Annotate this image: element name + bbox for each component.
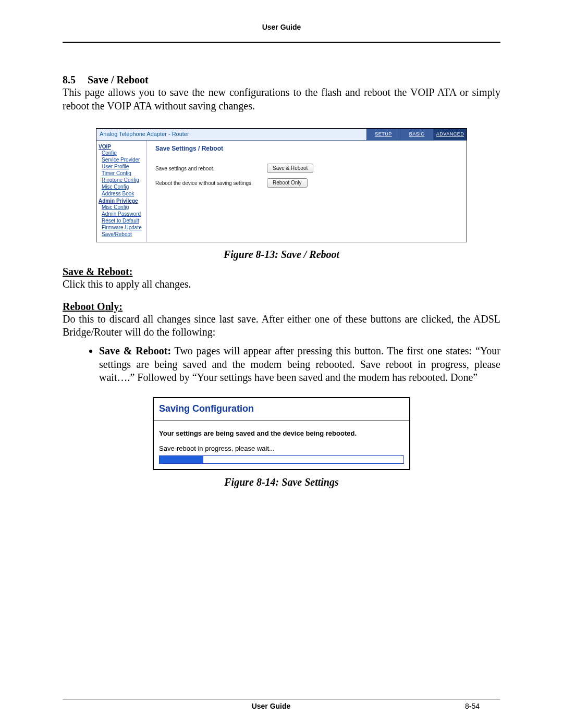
router-tabs: SETUP BASIC ADVANCED	[366, 129, 467, 140]
row2-label: Reboot the device without saving setting…	[155, 180, 267, 186]
section-number: 8.5	[63, 74, 76, 85]
bullet-list: Save & Reboot: Two pages will appear aft…	[63, 344, 500, 385]
figure-8-14-caption: Figure 8-14: Save Settings	[63, 476, 500, 488]
reboot-only-subheading: Reboot Only:	[63, 301, 500, 313]
footer-left	[63, 702, 202, 710]
sidebar-item-ringtone-config[interactable]: Ringtone Config	[96, 177, 146, 183]
saving-configuration-screenshot: Saving Configuration Your settings are b…	[153, 397, 410, 470]
header-rule	[63, 42, 500, 43]
sidebar-item-misc-config-2[interactable]: Misc Config	[96, 204, 146, 211]
section-intro: This page allows you to save the new con…	[63, 86, 500, 113]
sidebar-item-misc-config[interactable]: Misc Config	[96, 183, 146, 190]
router-sidebar: VOIP Config Service Provider User Profil…	[96, 141, 147, 242]
footer-right: 8-54	[340, 702, 500, 710]
router-body: VOIP Config Service Provider User Profil…	[96, 141, 467, 242]
sidebar-head-admin: Admin Privilege	[96, 197, 146, 204]
saving-config-title: Saving Configuration	[154, 398, 409, 421]
sidebar-item-reset-default[interactable]: Reset to Default	[96, 217, 146, 224]
saving-plain-line: Save-reboot in progress, please wait...	[159, 445, 404, 452]
router-row-save-reboot: Save settings and reboot. Save & Reboot	[155, 164, 461, 173]
router-main: Save Settings / Reboot Save settings and…	[147, 141, 467, 242]
document-page: User Guide 8.5 Save / Reboot This page a…	[0, 0, 563, 728]
router-row-reboot-only: Reboot the device without saving setting…	[155, 178, 461, 188]
page-footer: User Guide 8-54	[63, 699, 500, 710]
figure-8-13-caption: Figure 8-13: Save / Reboot	[63, 249, 500, 261]
saving-bold-line: Your settings are being saved and the de…	[159, 429, 404, 437]
footer-row: User Guide 8-54	[63, 702, 500, 710]
page-header-title: User Guide	[63, 23, 500, 31]
router-ui-screenshot: Analog Telephone Adapter - Router SETUP …	[96, 128, 467, 242]
section-title-spacer	[78, 74, 85, 85]
save-reboot-text: Click this to apply all changes.	[63, 278, 500, 291]
reboot-only-button[interactable]: Reboot Only	[267, 178, 308, 188]
reboot-only-text: Do this to discard all changes since las…	[63, 313, 500, 339]
tab-advanced[interactable]: ADVANCED	[433, 129, 467, 140]
tab-setup[interactable]: SETUP	[366, 129, 400, 140]
save-reboot-subheading: Save & Reboot:	[63, 266, 500, 278]
sidebar-item-config[interactable]: Config	[96, 150, 146, 156]
save-reboot-button[interactable]: Save & Reboot	[267, 164, 313, 173]
section-line: 8.5 Save / Reboot	[63, 74, 500, 86]
router-titlebar: Analog Telephone Adapter - Router SETUP …	[96, 129, 467, 141]
saving-config-body: Your settings are being saved and the de…	[154, 421, 409, 469]
sidebar-item-user-profile[interactable]: User Profile	[96, 163, 146, 170]
section-title: Save / Reboot	[88, 74, 149, 85]
router-window-title: Analog Telephone Adapter - Router	[96, 129, 366, 140]
sidebar-item-firmware-update[interactable]: Firmware Update	[96, 224, 146, 231]
sidebar-item-service-provider[interactable]: Service Provider	[96, 156, 146, 163]
sidebar-item-address-book[interactable]: Address Book	[96, 190, 146, 197]
tab-basic[interactable]: BASIC	[400, 129, 433, 140]
bullet-save-reboot: Save & Reboot: Two pages will appear aft…	[99, 344, 500, 385]
sidebar-item-save-reboot[interactable]: Save/Reboot	[96, 231, 146, 238]
sidebar-item-timer-config[interactable]: Timer Config	[96, 170, 146, 177]
footer-rule	[63, 699, 500, 700]
progress-bar	[159, 455, 404, 464]
sidebar-item-admin-password[interactable]: Admin Password	[96, 211, 146, 217]
progress-bar-fill	[160, 456, 203, 463]
router-main-heading: Save Settings / Reboot	[155, 145, 461, 152]
footer-center: User Guide	[202, 702, 341, 710]
sidebar-head-voip: VOIP	[96, 143, 146, 150]
row1-label: Save settings and reboot.	[155, 166, 267, 171]
bullet-lead: Save & Reboot:	[99, 345, 171, 356]
